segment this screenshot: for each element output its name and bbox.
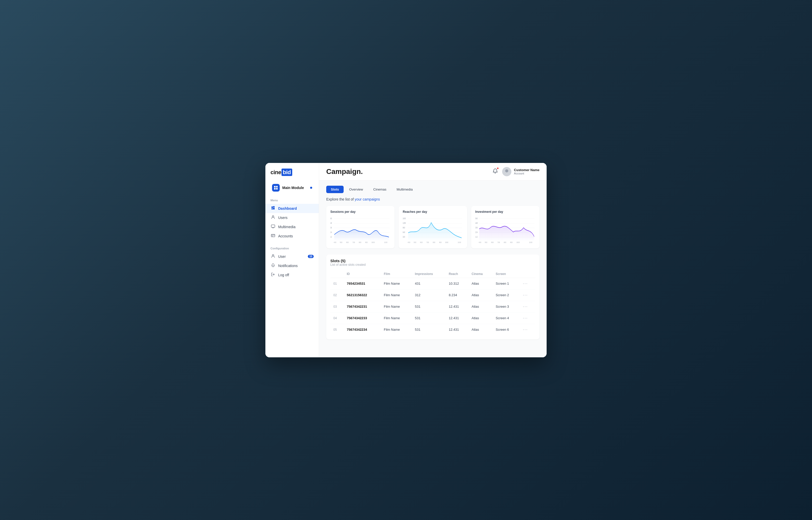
cell-reach: 12.431 [445, 301, 468, 312]
th-reach: Reach [445, 270, 468, 278]
cell-num: 01 [330, 278, 344, 289]
cell-screen: Screen 3 [493, 301, 520, 312]
svg-text:10/10: 10/10 [445, 241, 449, 243]
sidebar-item-users[interactable]: Users [265, 213, 319, 222]
table-row: 03 75674342231 Film Name 531 12.431 Atla… [330, 301, 535, 312]
slots-tbody: 01 7654234531 Film Name 431 10.312 Atlas… [330, 278, 535, 335]
sidebar-item-multimedia[interactable]: Multimedia [265, 222, 319, 232]
svg-point-8 [504, 173, 509, 175]
svg-text:10/10: 10/10 [516, 241, 520, 243]
svg-text:4/10: 4/10 [408, 241, 410, 243]
cell-screen: Screen 1 [493, 278, 520, 289]
topbar-right: Customer Name Account [492, 167, 539, 176]
bell-badge [497, 167, 499, 169]
cell-num: 04 [330, 312, 344, 324]
cell-film: Film Name [381, 324, 412, 335]
svg-text:4/10: 4/10 [479, 241, 481, 243]
row-more-button[interactable]: ··· [520, 289, 535, 301]
cell-film: Film Name [381, 312, 412, 324]
row-more-button[interactable]: ··· [520, 301, 535, 312]
logout-label: Log off [278, 273, 289, 277]
tab-slots[interactable]: Slots [326, 186, 344, 193]
svg-rect-3 [276, 188, 278, 189]
main-nav: Dashboard Users Multimed [265, 204, 319, 241]
svg-text:112: 112 [475, 235, 478, 238]
tabs-row: Slots Overview Cinemas Multimedia [326, 186, 539, 193]
cell-impressions: 531 [412, 312, 446, 324]
row-more-button[interactable]: ··· [520, 278, 535, 289]
th-screen: Screen [493, 270, 520, 278]
svg-text:336: 336 [475, 226, 478, 229]
accounts-icon [270, 234, 276, 239]
user-config-icon [270, 254, 276, 259]
svg-text:48: 48 [330, 222, 332, 224]
th-film: Film [381, 270, 412, 278]
cell-reach: 12.431 [445, 324, 468, 335]
sidebar-item-dashboard[interactable]: Dashboard [265, 204, 319, 213]
sidebar-item-accounts[interactable]: Accounts [265, 232, 319, 241]
cell-cinema: Atlas [469, 312, 493, 324]
cell-id: 75674342234 [344, 324, 381, 335]
sidebar-item-user[interactable]: User 10 [265, 252, 319, 261]
menu-label: Menu [265, 198, 319, 204]
charts-row: Sessions per day 60 48 [326, 206, 539, 249]
tab-cinemas[interactable]: Cinemas [369, 186, 391, 193]
chart-reaches-title: Reaches per day [403, 210, 463, 214]
accounts-label: Accounts [278, 234, 293, 238]
sidebar-item-logout[interactable]: Log off [265, 270, 319, 280]
cell-film: Film Name [381, 301, 412, 312]
slots-title: Slots (5) [330, 259, 535, 263]
th-id: ID [344, 270, 381, 278]
chart-sessions-title: Sessions per day [330, 210, 390, 214]
cell-num: 05 [330, 324, 344, 335]
svg-text:5/10: 5/10 [485, 241, 487, 243]
svg-rect-5 [271, 225, 275, 227]
row-more-button[interactable]: ··· [520, 324, 535, 335]
svg-text:224: 224 [475, 231, 478, 234]
cell-cinema: Atlas [469, 301, 493, 312]
campaigns-link[interactable]: your campaigns [355, 197, 380, 201]
row-more-button[interactable]: ··· [520, 312, 535, 324]
chart-sessions: Sessions per day 60 48 [326, 206, 395, 249]
module-section: Main Module [265, 182, 319, 198]
main-content: Campaign. [319, 163, 547, 357]
module-icon [272, 184, 280, 191]
config-section: Configuration User 10 N [265, 246, 319, 280]
cell-impressions: 531 [412, 324, 446, 335]
svg-text:8/10: 8/10 [504, 241, 506, 243]
content-area: Slots Overview Cinemas Multimedia Explor… [319, 181, 547, 357]
logo: cinebid [265, 169, 319, 182]
users-label: Users [278, 216, 288, 220]
user-profile[interactable]: Customer Name Account [502, 167, 539, 176]
svg-point-7 [272, 255, 274, 256]
table-row: 01 7654234531 Film Name 431 10.312 Atlas… [330, 278, 535, 289]
svg-point-4 [272, 216, 274, 217]
user-details: Customer Name Account [514, 168, 539, 175]
svg-text:8/10: 8/10 [359, 241, 361, 243]
svg-rect-2 [274, 188, 276, 189]
tab-overview[interactable]: Overview [345, 186, 368, 193]
bell-button[interactable] [492, 168, 498, 175]
main-module-item[interactable]: Main Module [269, 182, 315, 193]
svg-text:640: 640 [403, 231, 405, 234]
table-header-row: ID Film Impressions Reach Cinema Screen [330, 270, 535, 278]
sidebar-item-notifications[interactable]: Notifications [265, 261, 319, 270]
multimedia-label: Multimedia [278, 225, 296, 229]
cell-impressions: 312 [412, 289, 446, 301]
svg-rect-0 [274, 186, 276, 187]
th-cinema: Cinema [469, 270, 493, 278]
svg-rect-6 [271, 234, 275, 237]
avatar [502, 167, 511, 176]
user-role: Account [514, 172, 539, 175]
cell-num: 02 [330, 289, 344, 301]
svg-text:5/10: 5/10 [414, 241, 416, 243]
users-icon [270, 215, 276, 220]
cell-reach: 12.431 [445, 312, 468, 324]
svg-text:8/10: 8/10 [433, 241, 435, 243]
cell-id: 75674342231 [344, 301, 381, 312]
config-label: Configuration [265, 246, 319, 252]
dashboard-label: Dashboard [278, 206, 297, 210]
user-name: Customer Name [514, 168, 539, 172]
slots-table-section: Slots (5) List of active slots created I… [326, 255, 539, 339]
tab-multimedia[interactable]: Multimedia [392, 186, 417, 193]
